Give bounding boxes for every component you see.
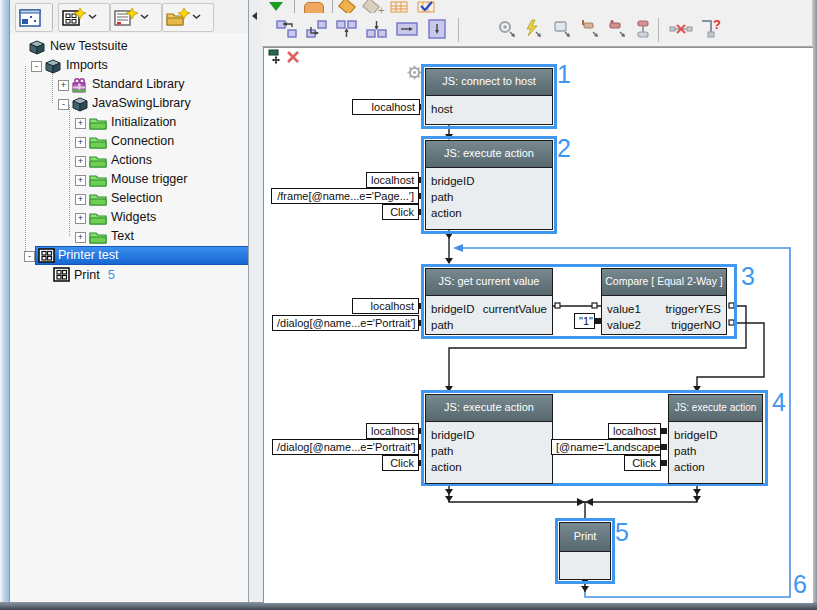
tree-item-label[interactable]: Connection <box>111 132 174 151</box>
tree-item-label[interactable]: Imports <box>66 56 108 75</box>
node-js-execute-action-3[interactable]: JS: execute action bridgeID path action <box>668 394 763 484</box>
tree-row[interactable]: + Standard Library <box>10 75 248 94</box>
select-move-icon[interactable] <box>268 49 284 65</box>
delete-node-icon[interactable] <box>286 50 300 64</box>
input-box-exec1-bridge[interactable]: localhost <box>366 172 419 188</box>
tree-row[interactable]: + Widgets <box>10 208 248 227</box>
toolbar-separator <box>294 0 295 13</box>
input-box-exec2-action[interactable]: Click <box>382 455 419 471</box>
plug-add-button[interactable] <box>577 16 603 42</box>
tree-expander[interactable]: + <box>75 156 86 167</box>
node-move-up-icon <box>336 19 358 39</box>
tree-item-label[interactable]: Print5 <box>74 265 115 285</box>
tree-row[interactable]: + Actions <box>10 151 248 170</box>
tree-expander[interactable]: + <box>75 118 86 129</box>
new-testcase-dropdown[interactable] <box>58 3 110 32</box>
tree-expander[interactable]: + <box>75 194 86 205</box>
tree-row[interactable]: + Text <box>10 227 248 246</box>
tree-item-label[interactable]: Initialization <box>111 113 176 132</box>
toolbar-separator <box>52 4 53 28</box>
node-title[interactable]: JS: execute action <box>669 395 762 422</box>
input-box-getval-bridge[interactable]: localhost <box>352 298 419 314</box>
node-title[interactable]: Compare [ Equal 2-Way ] <box>602 269 726 296</box>
input-box-exec3-path[interactable]: [@name='Landscape'] <box>551 439 661 455</box>
node-swap-vertical-button[interactable] <box>424 16 450 42</box>
tree-expander[interactable]: + <box>75 213 86 224</box>
tree-item-label[interactable]: Widgets <box>111 208 156 227</box>
node-move-down-button[interactable] <box>364 16 390 42</box>
input-box-exec3-bridge[interactable]: localhost <box>608 423 661 439</box>
window-layout-icon <box>19 9 41 27</box>
svg-text:?: ? <box>713 18 721 32</box>
input-box-exec2-path[interactable]: /dialog[@name...e='Portrait'] <box>272 439 419 455</box>
gear-icon[interactable] <box>407 65 422 80</box>
tree-expander[interactable]: + <box>75 232 86 243</box>
reconnect-question-button[interactable]: ? <box>698 16 724 42</box>
tree-item-label[interactable]: Printer test <box>58 246 118 265</box>
node-title[interactable]: JS: execute action <box>426 395 552 422</box>
input-box-exec1-path[interactable]: /frame[@name...e='Page...'] <box>271 188 419 204</box>
new-sequence-dropdown[interactable] <box>110 3 162 32</box>
param-label: action <box>674 459 705 475</box>
input-box-exec3-action[interactable]: Click <box>624 455 661 471</box>
run-icon[interactable] <box>269 2 283 11</box>
tree-expander[interactable]: + <box>75 175 86 186</box>
tree-row[interactable]: + Initialization <box>10 113 248 132</box>
tree-item-label[interactable]: Text <box>111 227 134 246</box>
tree-row[interactable]: + Mouse trigger <box>10 170 248 189</box>
node-js-execute-action-2[interactable]: JS: execute action bridgeID path action <box>425 394 553 484</box>
input-box-compare-value2[interactable]: "1" <box>574 313 595 329</box>
grid-icon[interactable] <box>390 1 408 13</box>
node-js-execute-action-1[interactable]: JS: execute action bridgeID path action <box>425 140 553 230</box>
tree-expander[interactable]: + <box>58 80 69 91</box>
input-box-getval-path[interactable]: /dialog[@name...e='Portrait'] <box>272 315 419 331</box>
grid-check-icon[interactable] <box>417 1 435 13</box>
lightning-add-button[interactable] <box>520 16 546 42</box>
node-compare-equal-2-way[interactable]: Compare [ Equal 2-Way ] value1triggerYES… <box>601 268 727 335</box>
node-title[interactable]: JS: connect to host <box>426 69 552 96</box>
toolbar-separator <box>332 0 333 13</box>
tree-expander[interactable]: - <box>24 251 35 262</box>
node-title[interactable]: Print <box>560 523 610 552</box>
new-package-dropdown[interactable] <box>162 3 214 32</box>
tree-item-label[interactable]: New Testsuite <box>50 37 128 56</box>
node-insert-before-button[interactable] <box>274 16 300 42</box>
tree-item-label[interactable]: JavaSwingLibrary <box>92 94 191 113</box>
tree-expander[interactable]: + <box>75 137 86 148</box>
tree-row[interactable]: - JavaSwingLibrary <box>10 94 248 113</box>
input-box-connect-host[interactable]: localhost <box>352 99 420 115</box>
tree-item-label[interactable]: Mouse trigger <box>111 170 187 189</box>
node-title[interactable]: JS: execute action <box>426 141 552 168</box>
tree-row[interactable]: + Connection <box>10 132 248 151</box>
input-box-exec1-action[interactable]: Click <box>382 204 419 220</box>
sheet-add-button[interactable] <box>549 16 575 42</box>
tree-row[interactable]: - Imports <box>10 56 248 75</box>
tree-item-label[interactable]: Actions <box>111 151 152 170</box>
link-button[interactable] <box>630 16 656 42</box>
tree-expander[interactable]: - <box>58 99 69 110</box>
node-print[interactable]: Print <box>559 522 611 580</box>
tree-row-selected[interactable]: - Printer test <box>10 246 248 265</box>
tree-item-label[interactable]: Standard Library <box>92 75 184 94</box>
tree-expander[interactable]: - <box>31 61 42 72</box>
window-frame-left <box>0 0 10 610</box>
delete-connection-button[interactable] <box>668 16 694 42</box>
panel-splitter[interactable] <box>248 0 264 602</box>
node-move-up-button[interactable] <box>334 16 360 42</box>
node-swap-horizontal-button[interactable] <box>394 16 420 42</box>
node-js-get-current-value[interactable]: JS: get current value bridgeIDcurrentVal… <box>425 268 553 335</box>
collapse-left-icon[interactable] <box>252 12 257 20</box>
tree-row[interactable]: Print5 <box>10 265 248 284</box>
tag-add-button[interactable] <box>604 16 630 42</box>
param-label: path <box>431 443 453 459</box>
node-js-connect-to-host[interactable]: JS: connect to host host <box>425 68 553 125</box>
param-label: bridgeID <box>431 301 474 317</box>
node-insert-after-button[interactable] <box>304 16 330 42</box>
tree-row[interactable]: + Selection <box>10 189 248 208</box>
gear-add-button[interactable] <box>494 16 520 42</box>
tree-item-label[interactable]: Selection <box>111 189 162 208</box>
window-layout-button[interactable] <box>15 3 53 32</box>
input-box-exec2-bridge[interactable]: localhost <box>366 423 419 439</box>
tree-row[interactable]: New Testsuite <box>10 37 248 56</box>
node-title[interactable]: JS: get current value <box>426 269 552 296</box>
